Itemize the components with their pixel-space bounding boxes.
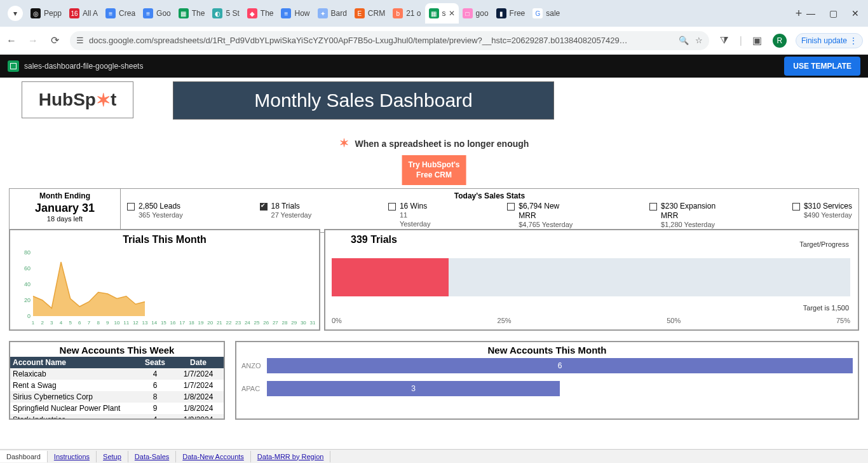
sheet-tab[interactable]: Setup bbox=[97, 451, 128, 462]
tab-label: Goo bbox=[156, 9, 171, 18]
days-left: 18 days left bbox=[13, 215, 116, 223]
tab-close-icon[interactable]: ✕ bbox=[449, 9, 455, 18]
browser-tab[interactable]: ≡Goo bbox=[139, 3, 175, 24]
stat-item: $6,794 NewMRR$4,765 Yesterday bbox=[507, 202, 573, 230]
svg-text:29: 29 bbox=[291, 320, 297, 326]
browser-tab[interactable]: ≡How bbox=[277, 3, 313, 24]
window-close-icon[interactable]: ✕ bbox=[851, 8, 859, 18]
browser-tab[interactable]: ◆The bbox=[243, 3, 278, 24]
cell-seats: 8 bbox=[137, 391, 173, 403]
browser-tab[interactable]: □goo bbox=[459, 3, 492, 24]
checkbox-icon[interactable] bbox=[388, 203, 396, 211]
tab-label: Bard bbox=[331, 9, 347, 18]
browser-tab[interactable]: ECRM bbox=[351, 3, 389, 24]
svg-text:28: 28 bbox=[282, 320, 288, 326]
svg-text:13: 13 bbox=[142, 320, 148, 326]
cell-seats: 9 bbox=[137, 403, 173, 414]
favicon-icon: b bbox=[393, 8, 403, 18]
forward-button[interactable]: → bbox=[27, 35, 39, 46]
svg-text:10: 10 bbox=[114, 320, 120, 326]
stat-lines: $6,794 NewMRR$4,765 Yesterday bbox=[519, 202, 573, 230]
use-template-button[interactable]: USE TEMPLATE bbox=[784, 57, 860, 76]
checkbox-icon[interactable] bbox=[127, 203, 135, 211]
cell-account-name: Rent a Swag bbox=[10, 380, 137, 391]
table-row: Springfield Nuclear Power Plant91/8/2024 bbox=[10, 403, 224, 414]
sheet-tab[interactable]: Dashboard bbox=[0, 451, 48, 462]
checkbox-icon[interactable] bbox=[792, 203, 800, 211]
tab-label: Pepp bbox=[44, 9, 62, 18]
charts-row: Trials This Month 0204060801234567891011… bbox=[9, 229, 859, 331]
checkbox-icon[interactable] bbox=[649, 203, 657, 211]
browser-tab[interactable]: ▮Free bbox=[492, 3, 529, 24]
browser-tab[interactable]: 16All A bbox=[65, 3, 102, 24]
cell-account-name: Springfield Nuclear Power Plant bbox=[10, 403, 137, 414]
stat-sub: 27 Yesterday bbox=[271, 211, 312, 220]
browser-tab[interactable]: ◎Pepp bbox=[27, 3, 65, 24]
svg-text:15: 15 bbox=[161, 320, 166, 326]
sprocket-icon: ✶ bbox=[96, 90, 111, 111]
sheet-tab[interactable]: Data-New Accounts bbox=[176, 451, 251, 462]
svg-text:8: 8 bbox=[97, 320, 100, 326]
svg-text:80: 80 bbox=[24, 249, 31, 256]
svg-text:60: 60 bbox=[24, 265, 31, 272]
hbar-fill: 6 bbox=[267, 358, 853, 373]
stat-primary-2: MRR bbox=[661, 211, 715, 221]
sheet-tab[interactable]: Instructions bbox=[48, 451, 97, 462]
site-info-icon[interactable]: ☰ bbox=[76, 36, 84, 45]
stat-item: $310 Services$490 Yesterday bbox=[792, 202, 852, 230]
bookmark-icon[interactable]: ☆ bbox=[695, 36, 703, 45]
browser-tab[interactable]: ≡Crea bbox=[102, 3, 139, 24]
stat-lines: 2,850 Leads365 Yesterday bbox=[139, 202, 183, 230]
tab-label: How bbox=[294, 9, 309, 18]
favicon-icon: ▦ bbox=[429, 8, 439, 18]
browser-tab[interactable]: b21 o bbox=[389, 3, 424, 24]
svg-text:11: 11 bbox=[123, 320, 129, 326]
window-minimize-icon[interactable]: — bbox=[806, 8, 815, 18]
reload-button[interactable]: ⟳ bbox=[48, 34, 61, 46]
svg-text:12: 12 bbox=[133, 320, 139, 326]
side-panel-icon[interactable]: ▣ bbox=[751, 34, 764, 46]
svg-text:21: 21 bbox=[217, 320, 222, 326]
finish-update-button[interactable]: Finish update ⋮ bbox=[796, 33, 863, 48]
table-row: Relaxicab41/7/2024 bbox=[10, 368, 224, 380]
sprocket-icon: ✶ bbox=[339, 137, 349, 149]
svg-text:24: 24 bbox=[245, 320, 250, 326]
svg-text:40: 40 bbox=[24, 281, 31, 287]
sheet-content[interactable]: HubSp✶t Monthly Sales Dashboard ✶ When a… bbox=[0, 78, 868, 449]
browser-tab[interactable]: ◐5 St bbox=[208, 3, 243, 24]
address-bar[interactable]: ☰ docs.google.com/spreadsheets/d/1Rt_Pd9… bbox=[70, 31, 709, 50]
sheet-tab[interactable]: Data-Sales bbox=[128, 451, 176, 462]
browser-tab[interactable]: ▦s✕ bbox=[425, 3, 459, 24]
stat-primary: 2,850 Leads bbox=[139, 202, 183, 211]
stat-item: 18 Trials27 Yesterday bbox=[260, 202, 312, 230]
browser-toolbar: ← → ⟳ ☰ docs.google.com/spreadsheets/d/1… bbox=[0, 27, 868, 55]
table-row: Stark Industries41/9/2024 bbox=[10, 414, 224, 420]
cell-account-name: Sirius Cybernetics Corp bbox=[10, 391, 137, 403]
window-maximize-icon[interactable]: ▢ bbox=[829, 8, 837, 18]
month-ending-date: January 31 bbox=[13, 202, 116, 215]
trials-area-plot: 0204060801234567891011121314151617181920… bbox=[14, 249, 315, 326]
back-button[interactable]: ← bbox=[5, 35, 18, 46]
browser-tab[interactable]: ✦Bard bbox=[314, 3, 351, 24]
checkbox-icon[interactable] bbox=[507, 203, 515, 211]
stat-lines: 16 Wins11Yesterday bbox=[400, 202, 431, 230]
tick-label: 75% bbox=[836, 317, 850, 324]
new-tab-button[interactable]: + bbox=[791, 7, 806, 20]
stat-sub: $490 Yesterday bbox=[804, 211, 852, 220]
sheet-tab[interactable]: Data-MRR by Region bbox=[251, 451, 331, 462]
progress-track bbox=[332, 258, 850, 296]
browser-tab[interactable]: Gsale bbox=[529, 3, 564, 24]
tab-overview-button[interactable]: ▾ bbox=[8, 6, 23, 21]
svg-text:16: 16 bbox=[170, 320, 176, 326]
svg-text:2: 2 bbox=[41, 320, 44, 326]
zoom-icon[interactable]: 🔍 bbox=[679, 36, 689, 45]
checkbox-icon[interactable] bbox=[260, 203, 268, 211]
profile-avatar[interactable]: R bbox=[773, 34, 787, 48]
extensions-icon[interactable]: ⧩ bbox=[718, 35, 731, 46]
browser-tab[interactable]: ▦The bbox=[175, 3, 209, 24]
stat-primary: 18 Trials bbox=[271, 202, 312, 211]
cell-account-name: Relaxicab bbox=[10, 368, 137, 380]
try-free-crm-button[interactable]: Try HubSpot's Free CRM bbox=[402, 155, 466, 185]
stat-primary-2: MRR bbox=[519, 211, 573, 221]
tick-label: 25% bbox=[498, 317, 512, 324]
